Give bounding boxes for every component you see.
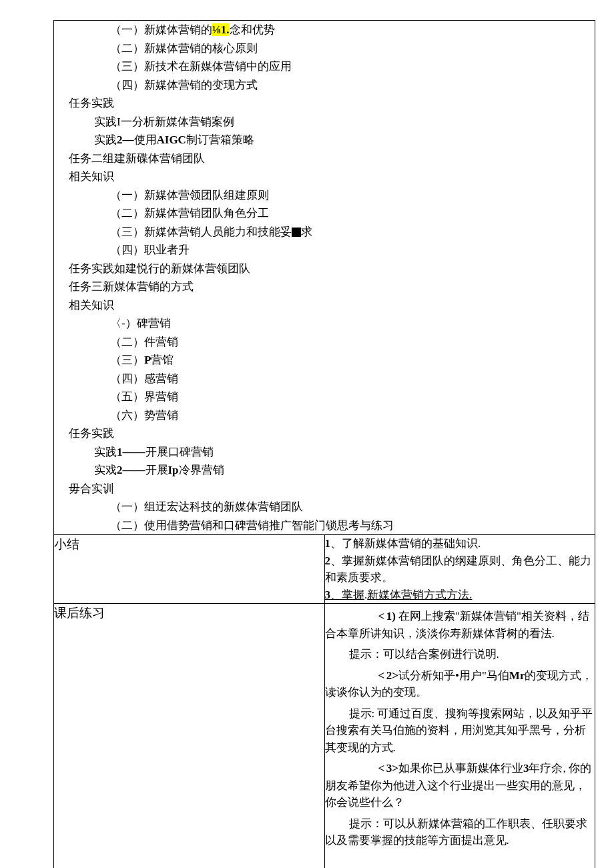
summary-item: 1、了解新媒体营销的基础知识. (325, 535, 595, 552)
outline-item: 实践2—使用AIGC制订营箱策略 (54, 131, 595, 149)
exercise-hint: 提示：可以从新媒体营箱的工作职表、任职要求以及需要掌握的技能等方面提出意见. (325, 815, 595, 849)
highlighted-text: ⅛1. (212, 23, 230, 36)
summary-label: 小结 (54, 537, 79, 551)
text-bold: P (144, 354, 151, 366)
angle-bracket-icon: < (352, 608, 384, 625)
exercise-hint: 提示: 可通过百度、搜狗等搜索网站，以及知乎平台搜索有关马伯施的资料，用浏览其知… (325, 705, 595, 757)
text: 制订营箱策略 (186, 133, 254, 146)
text: 使用 (134, 133, 157, 146)
outline-item: 实践I一分析新媒体营销案例 (54, 113, 595, 131)
text-underline: 新媒体营销方式方法. (367, 588, 472, 601)
outline-heading: 相关知识 (54, 296, 595, 315)
list-number: 3 (325, 588, 331, 601)
text: 开展 (145, 464, 168, 476)
text: 开展口碑营销 (145, 446, 214, 458)
text: 实践 (94, 133, 117, 146)
text: 、掌握新媒体营销团队的纲建原则、角色分工、能力和素质要求。 (325, 554, 592, 584)
outline-heading: 任务实践 (54, 94, 595, 113)
text-bold: Mr (509, 669, 525, 682)
outline-heading: 任务二组建新碟体营销团队 (54, 149, 595, 168)
question-number: 3> (386, 762, 398, 775)
outline-item: （六）势营销 (54, 406, 595, 425)
angle-bracket-icon: < (352, 667, 384, 685)
exercise-question: < 3>如果你已从事新媒体行业3年疗余, 你的朋友希望你为他进入这个行业提出一些… (325, 760, 595, 811)
text: （三） (110, 354, 144, 366)
outline-item: （三）新媒体营销人员能力和技能妥求 (54, 223, 595, 242)
spacer (325, 853, 595, 869)
outline-item: （一）新媒体营销的⅛1.念和优势 (54, 21, 595, 39)
angle-bracket-icon: < (352, 760, 384, 777)
exercise-question: < 1) 在网上搜索"新媒体营销"相关资料，结合本章所讲知识，淡淡你寿新媒体背树… (325, 608, 595, 642)
text-bold: 1—— (117, 446, 145, 458)
exercise-label-cell: 课后练习 (54, 604, 325, 869)
outline-item: 实戏2——开展Ip冷界营销 (54, 461, 595, 480)
text: 营馆 (151, 354, 174, 366)
lesson-plan-table: （一）新媒体营销的⅛1.念和优势 （二）新媒体营销的核心原则 （三）新技术在新媒… (53, 20, 595, 868)
outline-item: （二）件营销 (54, 333, 595, 352)
text: （一）新媒体营销的 (110, 23, 212, 36)
outline-item: （二）新媒体营销的核心原则 (54, 39, 595, 58)
outline-item: （一）新媒体营领团队组建原则 (54, 186, 595, 205)
outline-item: （三）P营馆 (54, 351, 595, 370)
summary-item: 3、掌握.新媒体营销方式方法. (325, 586, 595, 604)
question-number: 1) (386, 610, 396, 622)
summary-item: 2、掌握新媒体营销团队的纲建原则、角色分工、能力和素质要求。 (325, 552, 595, 586)
outline-item: 实践1——开展口碑营销 (54, 443, 595, 462)
exercise-question: < 2>试分析知乎•用户"马伯Mr的变现方式，读谈你认为的变现。 (325, 667, 595, 701)
text-bold: 2—— (117, 464, 145, 476)
text-bold: 2— (117, 133, 134, 146)
question-number: 2> (386, 669, 398, 682)
outline-item: （四）职业者升 (54, 241, 595, 260)
text: 冷界营销 (179, 464, 224, 476)
outline-heading: 任务实践如建悦行的新媒体营领团队 (54, 260, 595, 278)
text-bold: AIGC (157, 133, 186, 146)
list-number: 2 (325, 554, 331, 567)
text: （三）新媒体营销人员能力和技能妥 (110, 226, 292, 238)
outline-item: （二）新媒体营销团队角色分工 (54, 204, 595, 223)
text: 念和优势 (230, 23, 275, 36)
text: 、了解新媒体营销的基础知识. (330, 537, 481, 550)
exercise-label: 课后练习 (54, 606, 105, 620)
text-underline: 、掌握 (330, 588, 364, 601)
outline-cell: （一）新媒体营销的⅛1.念和优势 （二）新媒体营销的核心原则 （三）新技术在新媒… (54, 21, 595, 535)
outline-item: （五）界营销 (54, 388, 595, 406)
text: 试分析知乎•用户"马伯 (398, 669, 509, 682)
outline-item: （四）新媒体营销的变现方式 (54, 76, 595, 95)
exercise-hint: 提示：可以结合案例进行说明. (325, 646, 595, 663)
outline-item: （一）组迂宏达科技的新媒体营销团队 (54, 498, 595, 516)
summary-label-cell: 小结 (54, 535, 325, 604)
outline-item: （四）感营销 (54, 370, 595, 388)
text: 实戏 (94, 464, 117, 476)
summary-cell: 1、了解新媒体营销的基础知识. 2、掌握新媒体营销团队的纲建原则、角色分工、能力… (324, 535, 595, 604)
outline-item: 〈-）碑营销 (54, 314, 595, 333)
outline-item: （二）使用借势营销和口碑营销推广智能门锁思考与练习 (54, 516, 595, 535)
text-bold: Ip (168, 464, 179, 476)
outline-heading: 任务实践 (54, 424, 595, 443)
outline-item: （三）新技术在新媒体营销中的应用 (54, 57, 595, 76)
text: 实践 (94, 446, 117, 458)
outline-heading: 毋合实训 (54, 480, 595, 498)
list-number: 1 (325, 537, 331, 550)
text: 求 (301, 226, 312, 238)
outline-heading: 任务三新媒体营销的方式 (54, 278, 595, 296)
black-square-icon (292, 228, 301, 237)
exercise-cell: < 1) 在网上搜索"新媒体营销"相关资料，结合本章所讲知识，淡淡你寿新媒体背树… (324, 604, 595, 869)
outline-heading: 相关知识 (54, 167, 595, 186)
text: 如果你已从事新媒体行业 (398, 762, 523, 775)
